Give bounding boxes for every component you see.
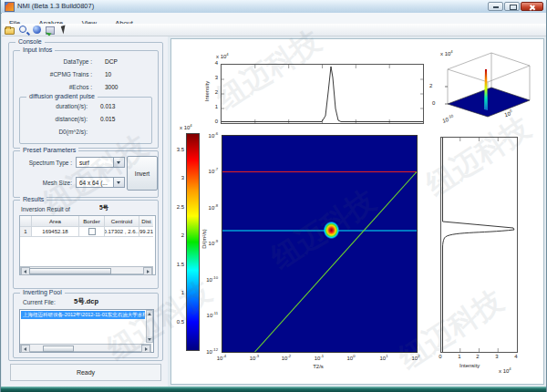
- header-area[interactable]: Area: [32, 216, 79, 227]
- border-checkbox[interactable]: [88, 228, 96, 235]
- invert-button[interactable]: Invert: [127, 156, 158, 191]
- main-xtick: 10-1: [308, 354, 330, 361]
- dt2-map[interactable]: [222, 135, 418, 353]
- status-bar: Ready: [10, 364, 161, 381]
- right-xtick: 4: [511, 354, 521, 359]
- app-window: NMI (Beta 1.3 Build0807) File Analyze Vi…: [0, 0, 547, 392]
- right-scale-label: x 104: [499, 366, 511, 374]
- top-projection-plot[interactable]: [221, 64, 424, 124]
- distance-value: 0.015: [100, 116, 115, 122]
- results-title: Results: [20, 196, 46, 202]
- scroll-thumb[interactable]: [29, 268, 111, 274]
- scroll-down-icon[interactable]: [147, 336, 152, 342]
- echos-label: #Echos :: [15, 84, 92, 90]
- input-infos-group: Input infos DataType : DCP #CPMG Trains …: [13, 50, 159, 149]
- file-listbox[interactable]: 上海纽迈科研设备-2012年\2012-11-01东北石油大学水样: [19, 309, 154, 353]
- colorbar-scale-label: x 104: [180, 123, 192, 130]
- zoom-icon[interactable]: [18, 25, 28, 35]
- minimize-button[interactable]: [488, 2, 503, 11]
- row-centroid: 0.17302 , 2.6...: [105, 227, 139, 237]
- main-ytick: 10-6: [196, 131, 218, 139]
- inversion-result-label: Inversion Result of: [21, 206, 70, 212]
- header-centroid[interactable]: Centroid: [105, 216, 139, 227]
- colorbar-tick: 2.5: [168, 204, 184, 210]
- current-file-value: 5号.dcp: [74, 297, 98, 306]
- datatype-label: DataType :: [15, 58, 92, 65]
- distance-row: distance(/s): 0.015: [22, 116, 148, 122]
- main-xlabel: T2/s: [309, 364, 327, 369]
- cpmg-row: #CPMG Trains : 10: [15, 71, 154, 77]
- console-group: Console Input infos DataType : DCP #CPMG…: [8, 42, 163, 361]
- colorbar-tick: 1: [168, 290, 184, 295]
- top-ytick: 1: [209, 104, 218, 109]
- green-diagonal-line: [255, 172, 418, 353]
- maximize-button[interactable]: [504, 2, 520, 11]
- distance-label: distance(/s):: [22, 116, 88, 122]
- export-icon[interactable]: [46, 25, 56, 35]
- surface-spike: [484, 69, 488, 110]
- mesh-size-select[interactable]: 64 x 64 (...: [76, 177, 125, 188]
- main-xtick: 10-3: [243, 354, 265, 361]
- cpmg-label: #CPMG Trains :: [15, 71, 92, 77]
- d0-label: D0(m^2/s):: [22, 129, 88, 135]
- results-hscrollbar[interactable]: [20, 266, 153, 274]
- row-num: 1: [20, 227, 32, 237]
- main-xtick: 10-2: [275, 354, 297, 361]
- pool-vscrollbar[interactable]: [146, 310, 153, 343]
- results-group: Results Inversion Result of 5号 Area Bord…: [13, 200, 159, 289]
- header-border[interactable]: Border: [79, 216, 105, 227]
- scroll-up-icon[interactable]: [147, 311, 152, 316]
- header-dist[interactable]: Dist: [139, 216, 153, 227]
- scroll-right-icon[interactable]: [143, 267, 152, 275]
- rotate-3d-icon[interactable]: [32, 25, 42, 35]
- right-xtick: 1: [454, 354, 465, 359]
- window-controls: [488, 2, 543, 11]
- duration-label: duration(/s):: [22, 103, 88, 109]
- top-ytick: 3: [209, 75, 218, 80]
- spectrum-type-select[interactable]: surf: [76, 157, 125, 168]
- datatype-row: DataType : DCP: [15, 58, 154, 65]
- pointer-icon[interactable]: [59, 25, 69, 35]
- title-bar[interactable]: NMI (Beta 1.3 Build0807): [1, 0, 547, 14]
- right-xlabel: Intensity: [459, 363, 480, 368]
- colorbar-tick: 0.5: [168, 319, 184, 325]
- right-projection-plot[interactable]: [440, 137, 518, 353]
- right-xtick: 2: [472, 354, 483, 359]
- main-xtick: 100: [340, 354, 362, 361]
- console-title: Console: [15, 38, 45, 45]
- main-ytick: 10-8: [196, 203, 218, 211]
- current-file-label: Current File:: [23, 299, 56, 305]
- mesh-size-label: Mesh Size:: [17, 180, 72, 186]
- surf-scale-label: x 104: [440, 49, 453, 57]
- window-bottom-border: [1, 387, 547, 392]
- diffusion-title: diffusion gradient pulse: [26, 93, 98, 99]
- chevron-down-icon[interactable]: [113, 178, 124, 187]
- open-folder-icon[interactable]: [5, 25, 15, 35]
- table-row[interactable]: 1 169452.18 0.17302 , 2.6... 99.21: [20, 227, 155, 237]
- cpmg-value: 10: [105, 71, 111, 77]
- main-ytick: 10-11: [196, 311, 218, 318]
- main-ytick: 10-7: [196, 167, 218, 174]
- list-item-selected[interactable]: 上海纽迈科研设备-2012年\2012-11-01东北石油大学水样: [21, 311, 145, 319]
- header-num[interactable]: [20, 216, 32, 227]
- top-ytick: 4: [209, 60, 218, 66]
- d0-row: D0(m^2/s):: [22, 129, 148, 135]
- top-curve: [222, 65, 423, 123]
- input-infos-title: Input infos: [20, 46, 55, 53]
- scroll-right-icon[interactable]: [141, 345, 150, 353]
- scroll-thumb[interactable]: [43, 346, 74, 352]
- echos-value: 3000: [105, 84, 118, 90]
- surf-ztick-2: 2: [429, 83, 432, 88]
- close-button[interactable]: [521, 2, 543, 11]
- scroll-left-icon[interactable]: [21, 345, 30, 353]
- datatype-value: DCP: [105, 58, 118, 65]
- pool-hscrollbar[interactable]: [20, 344, 151, 352]
- inverting-pool-group: Inverting Pool Current File: 5号.dcp 上海纽迈…: [13, 293, 159, 358]
- main-xtick: 10-4: [211, 354, 232, 361]
- surface-floor: [448, 88, 530, 117]
- top-scale-label: x 104: [216, 52, 229, 59]
- toolbar: [2, 24, 547, 36]
- diffusion-group: diffusion gradient pulse duration(/s): 0…: [19, 97, 152, 144]
- chevron-down-icon[interactable]: [113, 158, 124, 167]
- results-table[interactable]: Area Border Centroid Dist 1 169452.18 0.…: [19, 215, 156, 275]
